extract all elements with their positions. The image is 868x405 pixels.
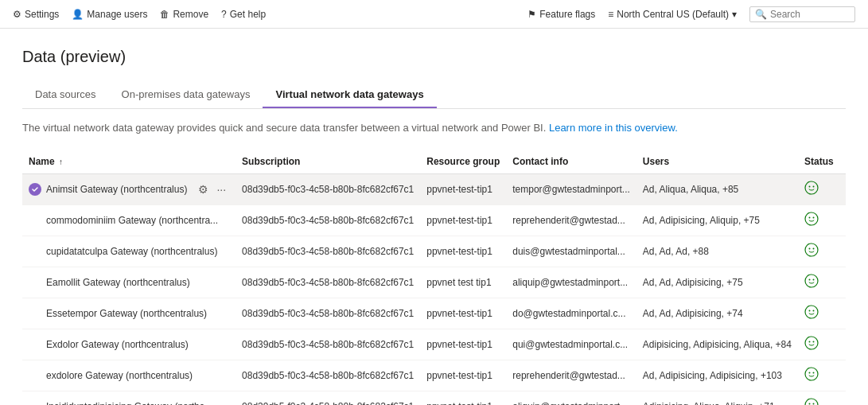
status-cell (798, 329, 846, 360)
name-cell: Eamollit Gateway (northcentralus) (22, 267, 235, 298)
gateway-name: Eamollit Gateway (northcentralus) (46, 277, 229, 288)
subscription-cell: 08d39db5-f0c3-4c58-b80b-8fc682cf67c1 (235, 298, 420, 329)
svg-point-23 (812, 403, 814, 405)
table-row[interactable]: commodominiim Gateway (northcentra...08d… (22, 205, 846, 236)
users-cell: Ad, Adipisicing, Adipisicing, +103 (636, 360, 798, 391)
name-cell: exdolore Gateway (northcentralus) (22, 360, 235, 391)
subscription-cell: 08d39db5-f0c3-4c58-b80b-8fc682cf67c1 (235, 329, 420, 360)
status-icon (804, 274, 819, 291)
table-row[interactable]: Exdolor Gateway (northcentralus)08d39db5… (22, 329, 846, 360)
status-cell (798, 391, 846, 406)
sort-arrow: ↑ (59, 158, 63, 166)
name-cell: Exdolor Gateway (northcentralus) (22, 329, 235, 360)
svg-point-2 (812, 186, 814, 188)
region-label: North Central US (Default) (617, 9, 729, 20)
table-row[interactable]: Incididuntadipisicing Gateway (northc...… (22, 391, 846, 406)
tab-on-premises[interactable]: On-premises data gateways (109, 82, 263, 108)
status-icon (804, 243, 819, 260)
svg-point-4 (808, 217, 810, 219)
row-actions: ⚙··· (195, 181, 229, 197)
settings-label: Settings (25, 9, 59, 20)
users-cell: Ad, Ad, Adipisicing, +74 (636, 298, 798, 329)
table-row[interactable]: Essetempor Gateway (northcentralus)08d39… (22, 298, 846, 329)
top-bar: ⚙ Settings 👤 Manage users 🗑 Remove ? Get… (0, 0, 868, 29)
users-cell: Ad, Aliqua, Aliqua, +85 (636, 174, 798, 205)
search-box[interactable]: 🔍 (749, 6, 855, 22)
svg-point-9 (805, 275, 818, 287)
tab-vnet[interactable]: Virtual network data gateways (263, 82, 436, 108)
contact-info-cell: qui@gwtestadminportal.c... (506, 329, 636, 360)
subscription-cell: 08d39db5-f0c3-4c58-b80b-8fc682cf67c1 (235, 360, 420, 391)
status-icon (804, 398, 819, 405)
resource-group-cell: ppvnet-test-tip1 (420, 205, 506, 236)
location-icon: ≡ (608, 9, 613, 20)
svg-point-12 (805, 306, 818, 318)
col-status: Status (798, 150, 846, 174)
gateway-name: Animsit Gateway (northcentralus) (46, 184, 187, 195)
top-bar-right: ⚑ Feature flags ≡ North Central US (Defa… (527, 6, 855, 22)
page-content: Data (preview) Data sources On-premises … (0, 29, 868, 405)
gateway-name: Exdolor Gateway (northcentralus) (46, 339, 229, 350)
name-cell: commodominiim Gateway (northcentra... (22, 205, 235, 236)
feature-flags-label: Feature flags (539, 9, 595, 20)
resource-group-cell: ppvnet test tip1 (420, 267, 506, 298)
resource-group-cell: ppvnet-test-tip1 (420, 329, 506, 360)
resource-group-cell: ppvnet-test-tip1 (420, 391, 506, 406)
get-help-button[interactable]: ? Get help (221, 9, 266, 20)
status-icon (804, 212, 819, 229)
name-cell: Essetempor Gateway (northcentralus) (22, 298, 235, 329)
region-selector[interactable]: ≡ North Central US (Default) ▾ (608, 9, 737, 20)
svg-point-14 (812, 310, 814, 312)
selected-indicator-icon (29, 183, 41, 196)
table-row[interactable]: exdolore Gateway (northcentralus)08d39db… (22, 360, 846, 391)
contact-info-cell: reprehenderit@gwtestad... (506, 360, 636, 391)
remove-button[interactable]: 🗑 Remove (160, 9, 208, 20)
chevron-down-icon: ▾ (732, 9, 737, 20)
status-cell (798, 236, 846, 267)
tab-data-sources[interactable]: Data sources (22, 82, 109, 108)
users-cell: Adipisicing, Aliqua, Aliquip, +71 (636, 391, 798, 406)
col-contact-info: Contact info (506, 150, 636, 174)
svg-point-18 (805, 368, 818, 380)
gear-icon: ⚙ (13, 9, 21, 20)
gateway-name: Incididuntadipisicing Gateway (northc... (46, 401, 229, 405)
svg-point-1 (808, 186, 810, 188)
svg-point-6 (805, 243, 818, 256)
gateway-name: cupidatatculpa Gateway (northcentralus) (46, 246, 229, 257)
status-cell (798, 360, 846, 391)
settings-button[interactable]: ⚙ Settings (13, 9, 59, 20)
help-icon: ? (221, 9, 227, 20)
feature-flags-button[interactable]: ⚑ Feature flags (527, 9, 595, 20)
col-name: Name ↑ (22, 150, 235, 174)
svg-point-15 (805, 337, 818, 349)
table-row[interactable]: Animsit Gateway (northcentralus)⚙···08d3… (22, 174, 846, 205)
svg-point-3 (805, 212, 818, 225)
status-cell (798, 174, 846, 205)
contact-info-cell: tempor@gwtestadminport... (506, 174, 636, 205)
contact-info-cell: do@gwtestadminportal.c... (506, 298, 636, 329)
svg-point-13 (808, 310, 810, 312)
table-row[interactable]: Eamollit Gateway (northcentralus)08d39db… (22, 267, 846, 298)
gateway-name: commodominiim Gateway (northcentra... (46, 215, 229, 226)
subscription-cell: 08d39db5-f0c3-4c58-b80b-8fc682cf67c1 (235, 205, 420, 236)
name-cell: Animsit Gateway (northcentralus)⚙··· (22, 174, 235, 205)
svg-point-10 (808, 279, 810, 281)
svg-point-17 (812, 341, 814, 343)
users-cell: Adipisicing, Adipisicing, Aliqua, +84 (636, 329, 798, 360)
gear-button[interactable]: ⚙ (195, 181, 212, 197)
status-icon (804, 305, 819, 322)
subscription-cell: 08d39db5-f0c3-4c58-b80b-8fc682cf67c1 (235, 391, 420, 406)
table-header: Name ↑ Subscription Resource group Conta… (22, 150, 846, 174)
search-icon: 🔍 (755, 9, 767, 20)
resource-group-cell: ppvnet-test-tip1 (420, 236, 506, 267)
col-subscription: Subscription (235, 150, 420, 174)
manage-users-button[interactable]: 👤 Manage users (72, 9, 147, 20)
learn-more-link[interactable]: Learn more in this overview. (549, 122, 678, 134)
table-row[interactable]: cupidatatculpa Gateway (northcentralus)0… (22, 236, 846, 267)
contact-info-cell: duis@gwtestadminportal... (506, 236, 636, 267)
contact-info-cell: reprehenderit@gwtestad... (506, 205, 636, 236)
more-options-button[interactable]: ··· (213, 181, 229, 197)
name-cell: Incididuntadipisicing Gateway (northc... (22, 391, 235, 406)
search-input[interactable] (770, 9, 850, 20)
svg-point-22 (808, 403, 810, 405)
